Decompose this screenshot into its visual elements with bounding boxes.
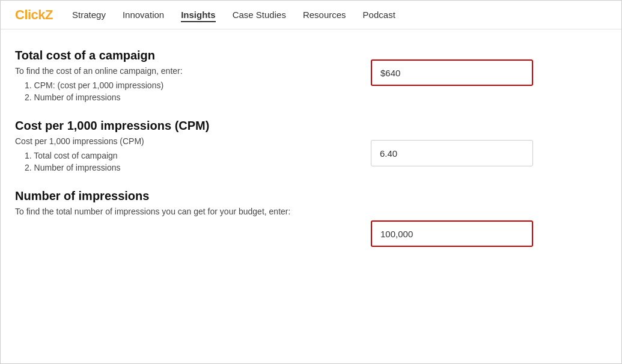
section-impressions-title: Number of impressions [15, 189, 352, 203]
section-cpm: Cost per 1,000 impressions (CPM) Cost pe… [15, 119, 352, 172]
section-cpm-list: Total cost of campaign Number of impress… [15, 151, 352, 172]
nav-item-strategy[interactable]: Strategy [72, 10, 106, 20]
section-impressions: Number of impressions To find the total … [15, 189, 352, 216]
nav-links: Strategy Innovation Insights Case Studie… [72, 10, 395, 20]
left-column: Total cost of a campaign To find the cos… [15, 49, 352, 247]
nav-item-innovation[interactable]: Innovation [123, 10, 164, 20]
logo[interactable]: ClickZ [15, 7, 53, 23]
section-total-cost-list: CPM: (cost per 1,000 impressions) Number… [15, 80, 352, 102]
impressions-input[interactable] [371, 220, 533, 247]
main-content: Total cost of a campaign To find the cos… [1, 29, 621, 261]
right-column [371, 49, 557, 247]
nav-link-resources[interactable]: Resources [303, 10, 346, 20]
input-group-cpm [371, 140, 533, 166]
input-group-impressions [371, 220, 533, 247]
nav-link-podcast[interactable]: Podcast [363, 10, 395, 20]
list-item: Number of impressions [25, 93, 352, 102]
total-cost-input[interactable] [371, 59, 533, 86]
cpm-input[interactable] [371, 140, 533, 166]
section-total-cost-title: Total cost of a campaign [15, 49, 352, 62]
list-item: Number of impressions [25, 163, 352, 172]
section-cpm-desc: Cost per 1,000 impressions (CPM) [15, 136, 352, 146]
list-item: CPM: (cost per 1,000 impressions) [25, 80, 352, 90]
nav-link-strategy[interactable]: Strategy [72, 10, 106, 20]
nav-link-insights[interactable]: Insights [181, 10, 216, 22]
nav-item-resources[interactable]: Resources [303, 10, 346, 20]
list-item: Total cost of campaign [25, 151, 352, 160]
nav-item-case-studies[interactable]: Case Studies [233, 10, 286, 20]
nav-link-case-studies[interactable]: Case Studies [233, 10, 286, 20]
section-total-cost-desc: To find the cost of an online campaign, … [15, 66, 352, 76]
logo-text-black: Click [15, 7, 45, 22]
nav-item-podcast[interactable]: Podcast [363, 10, 395, 20]
section-total-cost: Total cost of a campaign To find the cos… [15, 49, 352, 102]
section-impressions-desc: To find the total number of impressions … [15, 207, 352, 216]
nav-item-insights[interactable]: Insights [181, 10, 216, 20]
input-group-total-cost [371, 59, 533, 86]
nav-link-innovation[interactable]: Innovation [123, 10, 164, 20]
navbar: ClickZ Strategy Innovation Insights Case… [1, 1, 621, 29]
logo-text-orange: Z [45, 7, 53, 22]
section-cpm-title: Cost per 1,000 impressions (CPM) [15, 119, 352, 133]
